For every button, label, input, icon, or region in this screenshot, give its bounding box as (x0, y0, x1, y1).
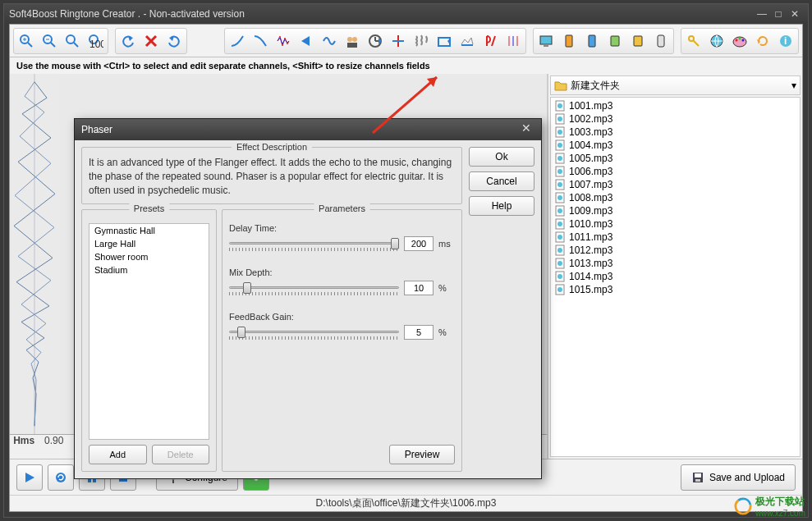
mix-slider[interactable] (229, 282, 399, 294)
svg-rect-38 (658, 35, 664, 47)
svg-point-74 (557, 248, 562, 253)
key-icon[interactable] (682, 30, 705, 53)
svg-point-76 (557, 261, 562, 266)
palette-icon[interactable] (728, 30, 751, 53)
file-item[interactable]: 1009.mp3 (553, 204, 798, 217)
file-item[interactable]: 1001.mp3 (553, 99, 798, 112)
svg-point-16 (347, 37, 352, 42)
svg-line-40 (693, 40, 699, 46)
dialog-close-icon[interactable]: ✕ (518, 121, 534, 138)
delay-icon[interactable] (364, 30, 387, 53)
svg-rect-90 (695, 473, 701, 478)
ok-button[interactable]: Ok (469, 147, 534, 167)
svg-point-58 (557, 143, 562, 148)
help-button[interactable]: Help (469, 196, 534, 216)
loop-button[interactable] (48, 464, 74, 491)
device5-icon[interactable] (649, 30, 672, 53)
pc-icon[interactable] (534, 30, 557, 53)
file-item[interactable]: 1007.mp3 (553, 178, 798, 191)
feedback-value[interactable]: 5 (404, 325, 434, 340)
phaser-dialog: Phaser ✕ Effect Description It is an adv… (74, 118, 542, 479)
delete-icon[interactable] (140, 30, 163, 53)
file-item[interactable]: 1003.mp3 (553, 126, 798, 139)
file-item[interactable]: 1010.mp3 (553, 217, 798, 231)
mix-value[interactable]: 10 (404, 281, 434, 295)
effect-description-box: Effect Description It is an advanced typ… (81, 147, 462, 204)
delete-preset-button[interactable]: Delete (152, 445, 210, 464)
svg-point-68 (557, 208, 562, 213)
save-upload-button[interactable]: Save and Upload (681, 464, 796, 491)
flanger-icon[interactable] (318, 30, 341, 53)
feedback-slider[interactable] (229, 327, 399, 338)
preset-item[interactable]: Shower room (89, 250, 209, 263)
file-item[interactable]: 1013.mp3 (553, 257, 798, 270)
dialog-titlebar: Phaser ✕ (75, 119, 541, 140)
preset-item[interactable]: Large Hall (89, 237, 209, 250)
dropdown-icon[interactable]: ▾ (791, 80, 796, 91)
svg-point-56 (557, 130, 562, 135)
folder-bar[interactable]: 新建文件夹 ▾ (550, 75, 801, 95)
device4-icon[interactable] (626, 30, 649, 53)
device1-icon[interactable] (557, 30, 580, 53)
svg-rect-37 (634, 36, 642, 46)
redo-icon[interactable] (163, 30, 186, 53)
window-title: Soft4Boost Ringtone Creator . - Non-acti… (9, 8, 245, 20)
svg-rect-18 (347, 43, 357, 48)
reverse-icon[interactable] (295, 30, 318, 53)
fade-in-icon[interactable] (226, 30, 249, 53)
device3-icon[interactable] (603, 30, 626, 53)
file-item[interactable]: 1006.mp3 (553, 165, 798, 178)
undo-icon[interactable] (117, 30, 140, 53)
folder-name: 新建文件夹 (571, 79, 620, 93)
file-pane: 新建文件夹 ▾ 1001.mp31002.mp31003.mp31004.mp3… (548, 74, 802, 459)
file-item[interactable]: 1008.mp3 (553, 191, 798, 204)
file-item[interactable]: 1005.mp3 (553, 152, 798, 165)
hint-text: Use the mouse with <Ctrl> to select and … (10, 57, 802, 74)
ruler-label: Hms (10, 435, 38, 459)
zoom-fit-icon[interactable] (61, 30, 84, 53)
svg-point-45 (742, 39, 745, 41)
preset-item[interactable]: Gymnastic Hall (89, 224, 209, 237)
chorus-icon[interactable] (341, 30, 364, 53)
zoom-100-icon[interactable]: 100 (84, 30, 107, 53)
file-item[interactable]: 1014.mp3 (553, 270, 798, 283)
delay-slider[interactable] (229, 238, 399, 249)
globe-icon[interactable] (705, 30, 728, 53)
svg-point-7 (67, 35, 75, 43)
file-item[interactable]: 1002.mp3 (553, 112, 798, 126)
add-preset-button[interactable]: Add (89, 445, 147, 464)
info-icon[interactable]: i (774, 30, 797, 53)
refresh-icon[interactable] (751, 30, 774, 53)
close-button[interactable]: ✕ (787, 7, 803, 21)
eq-icon[interactable] (502, 30, 525, 53)
minimize-button[interactable]: — (754, 7, 770, 21)
play-button[interactable] (16, 464, 43, 491)
svg-point-72 (557, 235, 562, 240)
svg-point-66 (557, 195, 562, 200)
preset-item[interactable]: Stadium (89, 263, 209, 276)
svg-rect-33 (544, 45, 548, 47)
file-item[interactable]: 1011.mp3 (553, 231, 798, 244)
cancel-button[interactable]: Cancel (469, 171, 534, 191)
pitch-icon[interactable] (479, 30, 502, 53)
file-item[interactable]: 1004.mp3 (553, 139, 798, 152)
device2-icon[interactable] (580, 30, 603, 53)
tempo-icon[interactable] (456, 30, 479, 53)
preset-list[interactable]: Gymnastic HallLarge HallShower roomStadi… (89, 223, 209, 440)
maximize-button[interactable]: □ (770, 7, 787, 21)
normalize-icon[interactable] (272, 30, 295, 53)
file-list[interactable]: 1001.mp31002.mp31003.mp31004.mp31005.mp3… (550, 97, 801, 457)
zoom-out-icon[interactable] (38, 30, 61, 53)
zoom-in-icon[interactable] (15, 30, 38, 53)
delay-value[interactable]: 200 (404, 236, 434, 251)
reverb-icon[interactable] (433, 30, 456, 53)
svg-point-62 (557, 169, 562, 174)
svg-marker-15 (301, 36, 310, 46)
file-item[interactable]: 1012.mp3 (553, 244, 798, 257)
vibrato-icon[interactable] (410, 30, 433, 53)
preview-button[interactable]: Preview (389, 445, 455, 464)
svg-rect-34 (566, 35, 572, 47)
file-item[interactable]: 1015.mp3 (553, 283, 798, 296)
fade-out-icon[interactable] (249, 30, 272, 53)
phaser-icon[interactable] (387, 30, 410, 53)
